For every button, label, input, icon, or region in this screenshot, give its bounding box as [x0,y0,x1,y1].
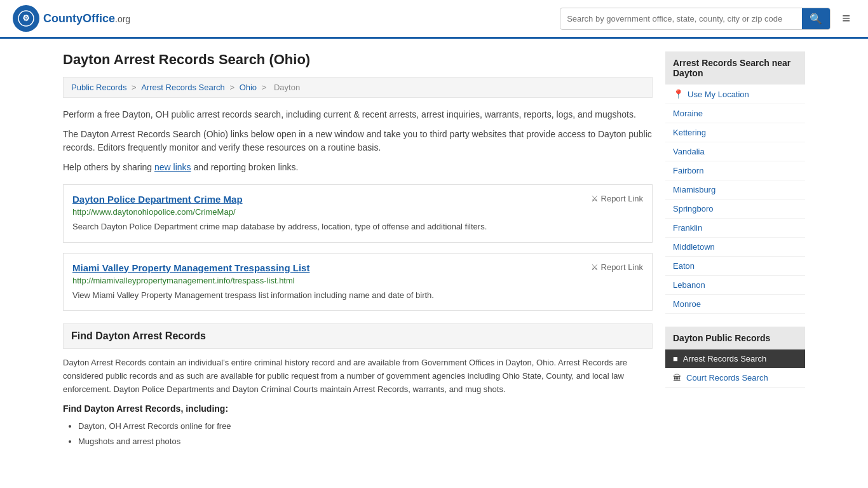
sidebar-record-1[interactable]: 🏛Court Records Search [665,369,805,388]
breadcrumb: Public Records > Arrest Records Search >… [63,77,653,98]
city-link-7[interactable]: Middletown [673,242,715,252]
link-card-title-0[interactable]: Dayton Police Department Crime Map [72,194,243,205]
sidebar-use-location[interactable]: 📍 Use My Location [665,85,805,104]
record-label-0: Arrest Records Search [683,354,767,363]
logo-icon: ⚙ [13,5,39,32]
sidebar-city-3[interactable]: Fairborn [665,161,805,180]
search-input[interactable] [560,10,802,28]
report-link-0[interactable]: ⚔ Report Link [591,194,643,203]
sidebar-nearby-box: Arrest Records Search near Dayton 📍 Use … [665,51,805,314]
hamburger-menu-icon[interactable]: ≡ [837,8,855,29]
svg-text:⚙: ⚙ [22,13,30,23]
sidebar-city-2[interactable]: Vandalia [665,142,805,161]
description-1: Perform a free Dayton, OH public arrest … [63,108,653,121]
link-card-title-1[interactable]: Miami Valley Property Management Trespas… [72,262,309,273]
sidebar-city-4[interactable]: Miamisburg [665,180,805,200]
logo-text: CountyOffice.org [43,12,130,25]
city-link-8[interactable]: Eaton [673,261,695,271]
breadcrumb-link-arrest-records[interactable]: Arrest Records Search [141,83,225,92]
search-bar: 🔍 [560,8,831,30]
sidebar-city-5[interactable]: Springboro [665,200,805,219]
main-layout: Dayton Arrest Records Search (Ohio) Publ… [53,39,815,461]
report-icon-1: ⚔ [591,262,599,272]
sidebar-city-8[interactable]: Eaton [665,257,805,276]
find-section-heading: Find Dayton Arrest Records [63,323,653,349]
logo-area: ⚙ CountyOffice.org [13,5,130,32]
city-link-2[interactable]: Vandalia [673,147,705,156]
find-section-subheading: Find Dayton Arrest Records, including: [63,403,653,414]
breadcrumb-link-public-records[interactable]: Public Records [71,83,126,92]
find-section-body: Dayton Arrest Records contain an individ… [63,356,653,396]
report-icon-0: ⚔ [591,194,599,203]
search-button[interactable]: 🔍 [802,8,830,29]
record-icon-1: 🏛 [673,373,681,383]
sidebar-city-1[interactable]: Kettering [665,123,805,142]
city-link-0[interactable]: Moraine [673,109,703,118]
link-card-desc-1: View Miami Valley Property Management tr… [72,289,643,302]
sidebar-record-0[interactable]: ■Arrest Records Search [665,349,805,369]
report-link-1[interactable]: ⚔ Report Link [591,262,643,272]
link-card-url-1[interactable]: http://miamivalleypropertymanagement.inf… [72,276,643,285]
city-link-1[interactable]: Kettering [673,128,706,137]
record-link-1[interactable]: Court Records Search [686,373,768,383]
description-3: Help others by sharing new links and rep… [63,161,653,174]
sidebar-city-7[interactable]: Middletown [665,238,805,257]
site-header: ⚙ CountyOffice.org 🔍 ≡ [0,0,868,39]
use-my-location-link[interactable]: Use My Location [688,90,749,99]
sidebar-city-0[interactable]: Moraine [665,104,805,123]
link-card-1: Miami Valley Property Management Trespas… [63,253,653,311]
record-icon-0: ■ [673,354,678,363]
content-area: Dayton Arrest Records Search (Ohio) Publ… [63,51,653,449]
bullet-item-0: Dayton, OH Arrest Records online for fre… [78,419,653,433]
sidebar: Arrest Records Search near Dayton 📍 Use … [665,51,805,449]
sidebar-nearby-heading: Arrest Records Search near Dayton [665,51,805,85]
sidebar-city-10[interactable]: Monroe [665,295,805,314]
breadcrumb-link-ohio[interactable]: Ohio [240,83,257,92]
city-link-3[interactable]: Fairborn [673,166,703,175]
pin-icon: 📍 [673,89,684,99]
sidebar-city-9[interactable]: Lebanon [665,276,805,295]
find-section-bullets: Dayton, OH Arrest Records online for fre… [63,419,653,449]
link-card-0: Dayton Police Department Crime Map ⚔ Rep… [63,184,653,243]
description-2: The Dayton Arrest Records Search (Ohio) … [63,128,653,154]
city-link-10[interactable]: Monroe [673,299,701,309]
city-link-6[interactable]: Franklin [673,223,702,233]
sidebar-records-list: ■Arrest Records Search🏛Court Records Sea… [665,349,805,388]
link-card-url-0[interactable]: http://www.daytonohiopolice.com/CrimeMap… [72,207,643,217]
city-link-4[interactable]: Miamisburg [673,185,715,194]
bullet-item-1: Mugshots and arrest photos [78,434,653,449]
header-right: 🔍 ≡ [560,8,855,30]
city-link-5[interactable]: Springboro [673,204,714,214]
sidebar-records-heading: Dayton Public Records [665,327,805,349]
city-link-9[interactable]: Lebanon [673,280,705,290]
breadcrumb-current: Dayton [274,83,300,92]
sidebar-records-box: Dayton Public Records ■Arrest Records Se… [665,327,805,388]
sidebar-nearby-cities: MoraineKetteringVandaliaFairbornMiamisbu… [665,104,805,314]
sidebar-city-6[interactable]: Franklin [665,219,805,238]
link-card-desc-0: Search Dayton Police Department crime ma… [72,220,643,233]
page-title: Dayton Arrest Records Search (Ohio) [63,51,653,68]
new-links-link[interactable]: new links [154,162,191,172]
